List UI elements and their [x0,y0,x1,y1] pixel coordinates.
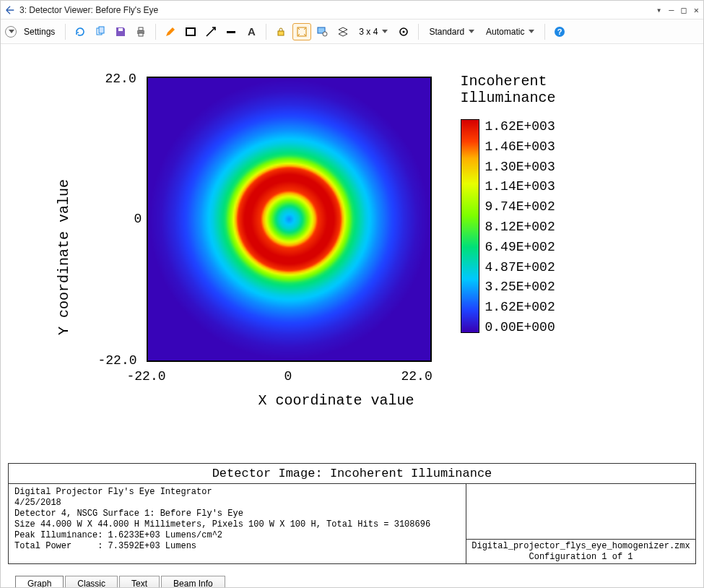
info-file-config: Digital_projector_flys_eye_homogenizer.z… [466,540,695,563]
x-tick-left: -22.0 [127,369,166,384]
settings-button[interactable]: Settings [19,23,59,40]
svg-rect-6 [186,28,195,35]
colorbar-legend: IncoherentIlluminance 1.62E+0031.46E+003… [461,73,663,334]
close-button[interactable]: ✕ [694,5,699,15]
window-title: 3: Detector Viewer: Before Fly's Eye [19,5,656,15]
heatmap [147,77,432,362]
lock-button[interactable] [272,23,290,40]
app-icon [5,5,15,15]
svg-rect-8 [278,31,284,35]
save-button[interactable] [112,23,129,40]
info-panel: Detector Image: Incoherent Illuminance D… [8,463,696,564]
tab-text[interactable]: Text [119,576,160,588]
refresh-button[interactable] [71,23,89,40]
text-annot-button[interactable]: A [243,23,260,40]
colorbar-tick: 4.87E+002 [485,260,555,274]
colorbar-tick: 6.49E+002 [485,240,555,254]
target-button[interactable] [395,23,412,40]
tab-beam-info[interactable]: Beam Info [161,576,225,588]
svg-rect-2 [118,28,123,31]
tab-graph[interactable]: Graph [15,576,64,588]
expand-toggle[interactable] [5,26,17,38]
copy-button[interactable] [92,23,109,40]
chevron-down-icon [469,30,474,33]
svg-point-11 [323,32,327,36]
tab-strip: GraphClassicTextBeam Info [1,571,703,588]
rectangle-button[interactable] [182,23,199,40]
info-right-empty [466,484,695,540]
info-text: Digital Projector Fly's Eye Integrator 4… [9,484,466,563]
y-tick-mid: 0 [134,212,142,226]
colorbar-tick: 1.14E+003 [485,179,555,194]
line-weight-button[interactable] [222,23,240,40]
svg-rect-4 [139,27,143,30]
y-axis-label: Y coordinate value [55,179,71,335]
legend-title: IncoherentIlluminance [461,73,663,106]
maximize-button[interactable]: □ [682,5,687,15]
info-panel-title: Detector Image: Incoherent Illuminance [9,464,695,484]
pencil-button[interactable] [162,23,179,40]
svg-rect-1 [99,27,104,33]
colorbar [461,119,479,333]
grid-size-button[interactable]: 3 x 4 [355,23,392,40]
svg-text:?: ? [557,27,562,36]
titlebar: 3: Detector Viewer: Before Fly's Eye ▾ —… [1,1,703,20]
colorbar-ticks: 1.62E+0031.46E+0031.30E+0031.14E+0039.74… [485,119,555,334]
minimize-button[interactable]: — [669,5,674,15]
standard-dropdown[interactable]: Standard [425,23,479,40]
colorbar-tick: 8.12E+002 [485,220,555,234]
line-arrow-button[interactable] [202,23,220,40]
automatic-dropdown[interactable]: Automatic [482,23,539,40]
colorbar-tick: 1.30E+003 [485,160,555,174]
colorbar-tick: 1.62E+003 [485,119,555,134]
tab-classic[interactable]: Classic [65,576,118,588]
colorbar-tick: 1.46E+003 [485,139,555,154]
chevron-down-icon [382,30,388,33]
colorbar-tick: 0.00E+000 [485,320,555,334]
x-tick-right: 22.0 [401,369,433,384]
colorbar-tick: 9.74E+002 [485,199,555,214]
help-button[interactable]: ? [551,23,568,40]
svg-rect-7 [227,31,235,33]
plot-area: Y coordinate value 22.0 0 -22.0 -22.0 0 … [1,44,703,463]
layers-button[interactable] [334,23,352,40]
x-tick-mid: 0 [284,369,292,384]
toolbar: Settings A 3 x 4 Standard Automatic ? [1,20,703,44]
y-tick-bot: -22.0 [98,353,137,368]
window-settings-button[interactable] [314,23,331,40]
y-tick-top: 22.0 [105,72,136,86]
chevron-down-icon [529,30,534,33]
colorbar-tick: 3.25E+002 [485,280,555,294]
x-axis-label: X coordinate value [258,392,414,453]
svg-rect-5 [139,33,143,36]
dropdown-icon[interactable]: ▾ [656,5,661,15]
heatmap-canvas [148,78,430,360]
print-button[interactable] [132,23,149,40]
svg-point-13 [403,30,405,33]
fit-window-button[interactable] [292,23,311,40]
colorbar-tick: 1.62E+002 [485,300,555,314]
